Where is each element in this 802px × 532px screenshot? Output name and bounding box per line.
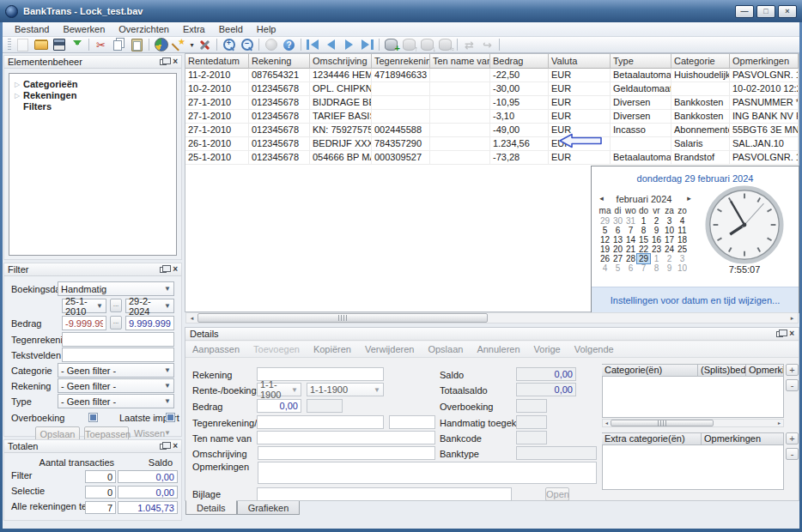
details-toolbar-button[interactable]: Vorige: [534, 344, 561, 354]
calendar-day[interactable]: 18: [676, 235, 689, 245]
calendar-day[interactable]: 10: [663, 226, 676, 235]
close-panel-icon[interactable]: ×: [173, 442, 178, 450]
nav-first-icon[interactable]: [304, 37, 322, 52]
datetime-settings-link[interactable]: Instellingen voor datum en tijd wijzigen…: [611, 295, 781, 305]
copy-icon[interactable]: [110, 37, 128, 52]
table-row[interactable]: 25-1-2010012345678054666 BP MAAS...00030…: [185, 151, 799, 165]
close-panel-icon[interactable]: ×: [173, 57, 178, 66]
opmerkingen-textarea[interactable]: [258, 462, 597, 484]
categorie-table-body[interactable]: [602, 377, 784, 418]
calendar-day[interactable]: 16: [650, 235, 663, 245]
details-toolbar-button[interactable]: Kopiëren: [313, 344, 351, 354]
calendar-day[interactable]: 25: [676, 245, 689, 254]
column-header[interactable]: Categorie: [671, 54, 730, 69]
column-header[interactable]: Type: [611, 54, 671, 69]
bedrag-input[interactable]: [257, 399, 301, 413]
db-up-icon[interactable]: [400, 37, 418, 52]
calendar-day[interactable]: 9: [663, 263, 676, 273]
column-header[interactable]: Extra categorie(ën): [602, 432, 702, 445]
date-to-select[interactable]: 29-2-2024▼: [125, 299, 174, 313]
details-toolbar-button[interactable]: Volgende: [574, 344, 614, 354]
menu-item[interactable]: Help: [250, 23, 283, 35]
table-row[interactable]: 26-1-2010012345678BEDRIJF XXX7843572901.…: [185, 137, 799, 151]
table-row[interactable]: 10-2-2010012345678OPL. CHIPKNIP 0...-30,…: [185, 82, 799, 96]
minimize-button[interactable]: —: [735, 5, 754, 18]
tab[interactable]: Details: [185, 500, 237, 515]
next-month-icon[interactable]: ▸: [684, 194, 694, 203]
expand-arrow-icon[interactable]: ▷: [11, 92, 23, 100]
calendar-day[interactable]: 1: [637, 216, 650, 226]
add-categorie-button[interactable]: +: [786, 364, 799, 376]
jump-icon[interactable]: [478, 37, 496, 52]
nav-last-icon[interactable]: [358, 37, 376, 52]
categorie-select[interactable]: - Geen filter -▼: [58, 363, 174, 378]
save-icon[interactable]: [50, 37, 68, 52]
calendar-day[interactable]: 23: [650, 245, 663, 254]
add-extra-categorie-button[interactable]: +: [786, 432, 799, 444]
close-button[interactable]: ×: [778, 5, 797, 18]
tools-icon[interactable]: [196, 37, 214, 52]
details-toolbar-button[interactable]: Toevoegen: [253, 344, 300, 354]
remove-categorie-button[interactable]: -: [786, 379, 799, 391]
tree-item[interactable]: ▷ Filters: [11, 101, 174, 112]
expand-arrow-icon[interactable]: ▷: [11, 81, 23, 88]
details-toolbar-button[interactable]: Verwijderen: [365, 344, 414, 354]
boekingsdatum-select[interactable]: Handmatig▼: [58, 281, 174, 296]
calendar-day[interactable]: 6: [624, 263, 637, 273]
calendar-day[interactable]: 27: [611, 254, 624, 263]
rekening-select[interactable]: - Geen filter -▼: [58, 378, 174, 393]
rente-date1-select[interactable]: 1-1-1900▼: [257, 383, 301, 396]
table-row[interactable]: 27-1-2010012345678BIJDRAGE BETA...-10,95…: [185, 96, 799, 110]
column-header[interactable]: Opmerking: [746, 364, 784, 377]
calendar-day[interactable]: 26: [598, 254, 611, 263]
calendar-day[interactable]: 21: [624, 245, 637, 254]
calendar-day[interactable]: 8: [637, 226, 650, 235]
menu-item[interactable]: Bestand: [8, 23, 56, 35]
tab[interactable]: Grafieken: [237, 501, 301, 515]
menu-item[interactable]: Extra: [176, 23, 212, 35]
calendar-day[interactable]: 12: [598, 235, 611, 245]
calendar-day[interactable]: 15: [637, 235, 650, 245]
calendar-day[interactable]: 17: [663, 235, 676, 245]
calendar-day[interactable]: 20: [611, 245, 624, 254]
details-toolbar-button[interactable]: Aanpassen: [192, 344, 240, 354]
omschrijving-input[interactable]: [258, 446, 435, 460]
bijlage-input[interactable]: [257, 487, 512, 501]
float-panel-icon[interactable]: [776, 331, 783, 337]
tree-item[interactable]: ▷ Categorieën: [11, 79, 174, 89]
overboeking-checkbox[interactable]: [88, 413, 98, 422]
maximize-button[interactable]: □: [756, 5, 775, 18]
menu-item[interactable]: Beeld: [212, 23, 250, 35]
db-add-icon[interactable]: [382, 37, 400, 52]
scroll-right-icon[interactable]: ▸: [787, 313, 798, 323]
calendar-day[interactable]: 7: [624, 226, 637, 235]
paste-icon[interactable]: [128, 37, 146, 52]
close-panel-icon[interactable]: ×: [173, 265, 178, 274]
laatste-import-checkbox[interactable]: [166, 413, 175, 422]
table-row[interactable]: 11-2-20100876543211234446 HEMA D...47189…: [185, 69, 799, 82]
details-toolbar-button[interactable]: Annuleren: [477, 344, 519, 354]
close-panel-icon[interactable]: ×: [789, 329, 794, 338]
tree-item[interactable]: ▷ Rekeningen: [11, 90, 174, 100]
help-icon[interactable]: [280, 37, 298, 52]
calendar-day[interactable]: 5: [611, 263, 624, 273]
calendar-day[interactable]: 10: [676, 263, 689, 273]
scrollbar-thumb[interactable]: [611, 420, 714, 426]
bedrag-range-button[interactable]: ...: [110, 316, 122, 329]
calendar-day[interactable]: 7: [637, 263, 650, 273]
tekstvelden-input[interactable]: [62, 348, 174, 362]
ten-name-van-input[interactable]: [257, 431, 435, 444]
menu-item[interactable]: Bewerken: [56, 23, 112, 35]
calendar-day[interactable]: 13: [611, 235, 624, 245]
scrollbar-thumb[interactable]: [197, 313, 488, 323]
column-header[interactable]: Categorie(ën): [602, 364, 698, 377]
date-from-select[interactable]: 25-1-2010▼: [62, 299, 106, 313]
table-hscrollbar[interactable]: ◂ ▸: [185, 312, 799, 323]
scroll-left-icon[interactable]: ◂: [186, 313, 197, 323]
calendar-day[interactable]: 28: [624, 254, 637, 263]
refresh-icon[interactable]: [460, 37, 478, 52]
tegenrekening-input[interactable]: [257, 415, 384, 429]
date-range-button[interactable]: ...: [110, 299, 122, 312]
table-row[interactable]: 27-1-2010012345678TARIEF BASISPA...-3,10…: [185, 110, 799, 124]
open-icon[interactable]: [32, 37, 50, 52]
